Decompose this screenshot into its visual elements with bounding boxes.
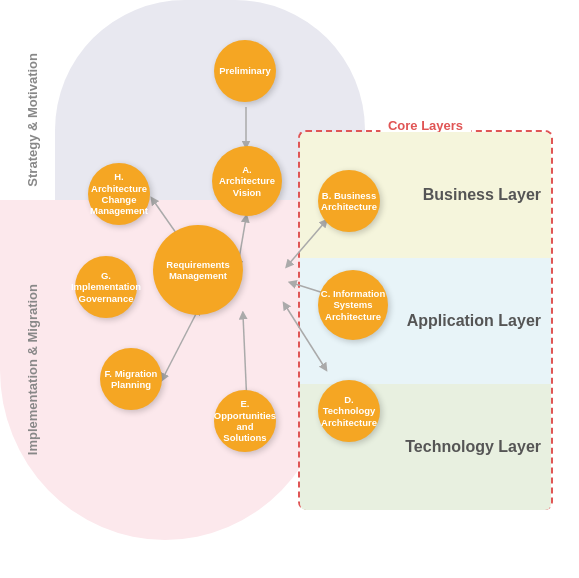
diagram-container: Strategy & Motivation Implementation & M…: [0, 0, 579, 578]
circle-d-label: D. Technology Architecture: [318, 392, 380, 430]
circle-center: Requirements Management: [153, 225, 243, 315]
circle-g: G. Implementation Governance: [75, 256, 137, 318]
circle-preliminary-label: Preliminary: [217, 63, 273, 78]
circle-f-label: F. Migration Planning: [100, 366, 162, 393]
circle-e-label: E. Opportunities and Solutions: [212, 396, 278, 446]
circle-c-label: C. Information Systems Architecture: [318, 286, 388, 324]
circle-preliminary: Preliminary: [214, 40, 276, 102]
circle-a-label: A. Architecture Vision: [212, 162, 282, 200]
circle-b-label: B. Business Architecture: [318, 188, 380, 215]
core-layers-title: Core Layers: [380, 118, 471, 133]
application-layer-title: Application Layer: [407, 311, 541, 330]
strategy-label: Strategy & Motivation: [8, 20, 58, 220]
circle-g-label: G. Implementation Governance: [69, 268, 143, 306]
circle-d: D. Technology Architecture: [318, 380, 380, 442]
business-layer-title: Business Layer: [423, 185, 541, 204]
circle-a: A. Architecture Vision: [212, 146, 282, 216]
implementation-label: Implementation & Migration: [8, 220, 58, 520]
circle-h: H. Architecture Change Management: [88, 163, 150, 225]
circle-center-label: Requirements Management: [153, 257, 243, 284]
circle-h-label: H. Architecture Change Management: [88, 169, 150, 219]
technology-layer-title: Technology Layer: [405, 437, 541, 456]
circle-c: C. Information Systems Architecture: [318, 270, 388, 340]
circle-f: F. Migration Planning: [100, 348, 162, 410]
circle-e: E. Opportunities and Solutions: [214, 390, 276, 452]
circle-b: B. Business Architecture: [318, 170, 380, 232]
